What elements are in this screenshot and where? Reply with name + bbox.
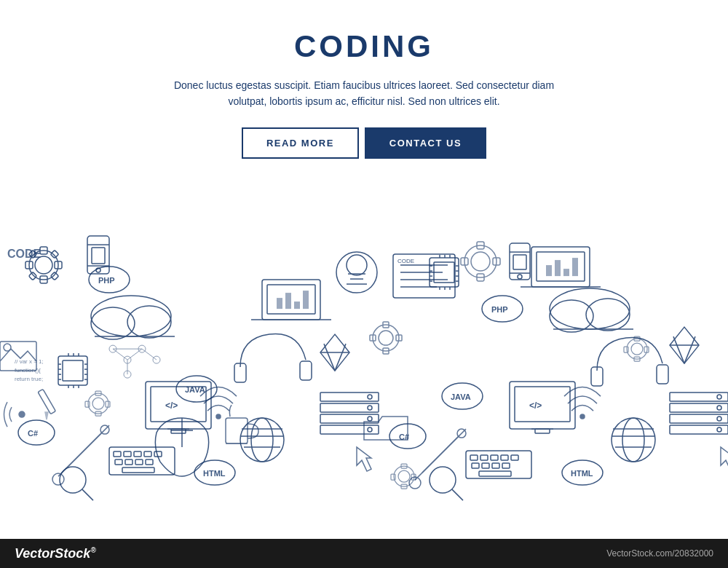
vectorstock-logo: VectorStock®: [15, 546, 96, 561]
footer-bar: VectorStock® VectorStock.com/20832000: [0, 539, 728, 568]
banner-illustration: </> PHP JAVA: [0, 181, 728, 539]
svg-rect-35: [303, 291, 309, 309]
registered-symbol: ®: [90, 546, 95, 554]
svg-rect-117: [563, 269, 569, 276]
svg-rect-118: [572, 258, 578, 276]
svg-rect-116: [555, 260, 561, 276]
svg-text:// var x = 1;: // var x = 1;: [15, 358, 44, 365]
svg-point-203: [580, 414, 585, 419]
button-row: READ MORE CONTACT US: [15, 127, 713, 159]
svg-text:return true;: return true;: [15, 376, 43, 382]
svg-rect-32: [277, 298, 282, 309]
svg-point-220: [19, 411, 25, 417]
svg-rect-33: [285, 293, 291, 309]
svg-text:PHP: PHP: [491, 305, 508, 314]
contact-us-button[interactable]: CONTACT US: [365, 127, 486, 159]
logo-text: VectorStock: [15, 546, 90, 561]
svg-text:</>: </>: [165, 401, 178, 411]
svg-text:HTML: HTML: [203, 469, 226, 478]
top-section: CODING Donec luctus egestas suscipit. Et…: [0, 0, 728, 181]
page-title: CODING: [15, 29, 713, 64]
svg-text:HTML: HTML: [571, 469, 593, 478]
svg-text:JAVA: JAVA: [185, 385, 205, 394]
svg-text:C#: C#: [28, 429, 38, 438]
description-text: Donec luctus egestas suscipit. Etiam fau…: [160, 77, 568, 110]
footer-url: VectorStock.com/20832000: [606, 548, 713, 559]
main-container: CODING Donec luctus egestas suscipit. Et…: [0, 0, 728, 568]
svg-text:CODE: CODE: [7, 248, 41, 260]
banner-section: </> PHP JAVA: [0, 181, 728, 539]
svg-rect-115: [546, 265, 552, 276]
read-more-button[interactable]: READ MORE: [242, 127, 359, 159]
svg-point-202: [216, 414, 221, 419]
svg-text:PHP: PHP: [98, 276, 115, 285]
svg-text:</>: </>: [529, 401, 542, 411]
svg-rect-34: [294, 301, 300, 309]
svg-text:CODE: CODE: [397, 258, 414, 264]
svg-text:JAVA: JAVA: [451, 393, 471, 401]
